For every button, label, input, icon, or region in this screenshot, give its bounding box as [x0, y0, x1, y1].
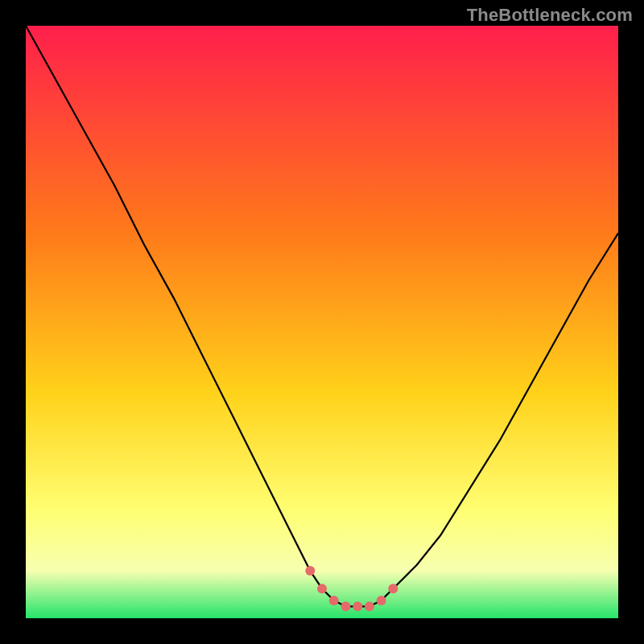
sweet-spot-marker — [305, 566, 315, 576]
sweet-spot-marker — [353, 601, 362, 611]
chart-svg — [26, 26, 618, 618]
sweet-spot-marker — [329, 596, 339, 605]
plot-area — [26, 26, 618, 618]
sweet-spot-marker — [317, 584, 327, 593]
chart-frame: TheBottleneck.com — [0, 0, 644, 644]
gradient-background — [26, 26, 618, 618]
sweet-spot-marker — [388, 584, 398, 593]
watermark-text: TheBottleneck.com — [467, 5, 633, 26]
sweet-spot-marker — [341, 601, 350, 611]
sweet-spot-marker — [377, 596, 386, 605]
sweet-spot-marker — [365, 601, 374, 611]
